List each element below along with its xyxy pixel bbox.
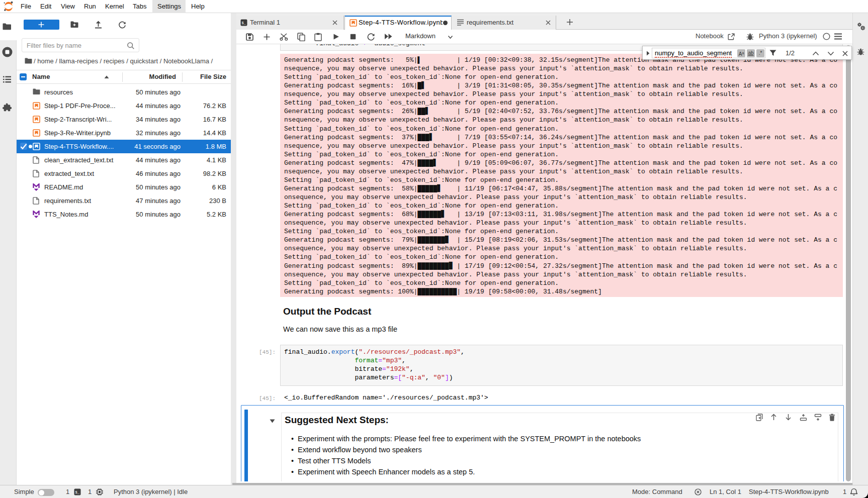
svg-text:$_: $_ — [75, 490, 80, 494]
svg-text:$_: $_ — [242, 21, 246, 25]
